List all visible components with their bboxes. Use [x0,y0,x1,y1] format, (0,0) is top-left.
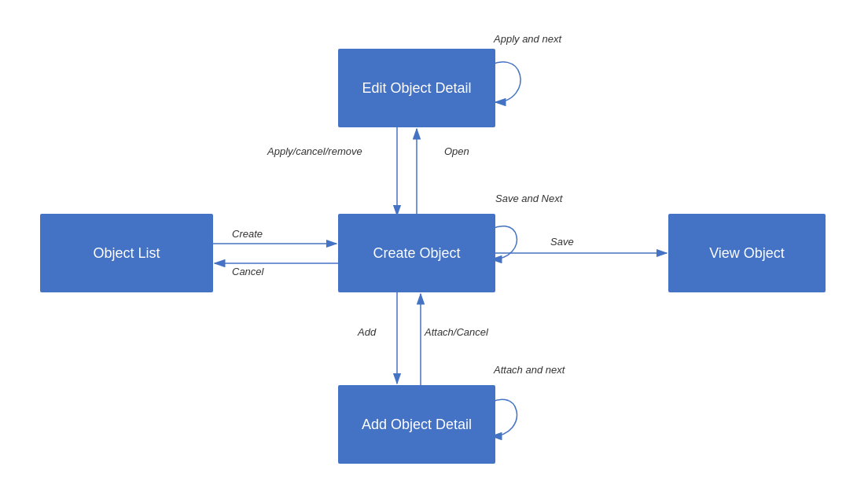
object-list-node: Object List [40,214,213,292]
view-object-node: View Object [668,214,826,292]
diagram-container: Object List Create Object Edit Object De… [0,0,868,492]
label-save: Save [550,236,574,248]
label-open: Open [444,145,469,157]
edit-object-detail-node: Edit Object Detail [338,49,495,127]
add-object-detail-node: Add Object Detail [338,385,495,464]
label-save-and-next: Save and Next [495,193,562,204]
label-apply-and-next: Apply and next [494,33,561,45]
label-attach-cancel: Attach/Cancel [425,326,488,338]
create-object-node: Create Object [338,214,495,292]
label-add: Add [358,326,376,338]
label-apply-cancel-remove: Apply/cancel/remove [267,145,362,157]
label-cancel: Cancel [232,266,263,277]
label-create: Create [232,228,263,240]
label-attach-and-next: Attach and next [494,364,565,376]
